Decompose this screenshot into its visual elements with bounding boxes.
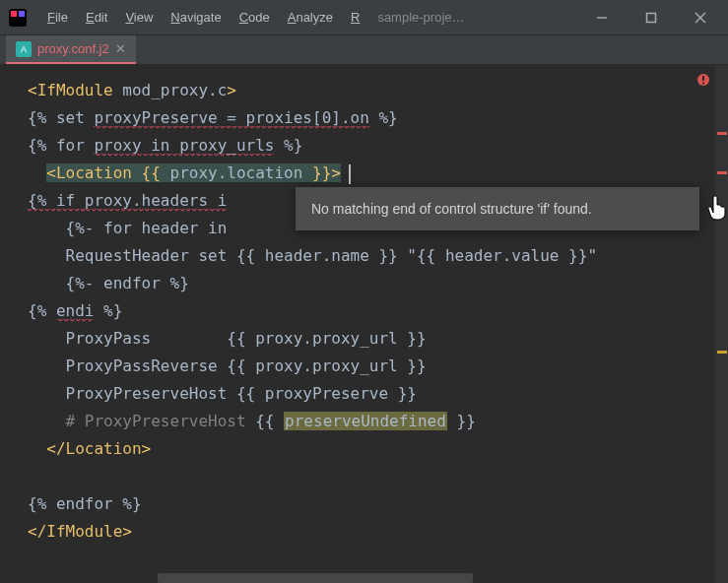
error-indicator-icon[interactable] [696, 73, 710, 90]
svg-rect-8 [702, 76, 704, 81]
svg-rect-2 [19, 11, 25, 17]
pointer-cursor-icon [706, 195, 728, 226]
window-controls [592, 8, 720, 28]
text-cursor [349, 164, 351, 184]
maximize-button[interactable] [641, 8, 661, 28]
breadcrumb: sample-proje… [377, 10, 464, 25]
app-logo-icon [8, 8, 28, 28]
menu-analyze[interactable]: Analyze [280, 6, 341, 29]
tab-close-icon[interactable]: ✕ [115, 41, 126, 56]
horizontal-scrollbar[interactable] [158, 573, 473, 583]
menu-file[interactable]: File [39, 6, 76, 29]
svg-rect-4 [647, 13, 656, 22]
error-tooltip: No matching end of control structure 'if… [296, 187, 699, 230]
svg-rect-1 [11, 11, 17, 17]
titlebar: File Edit View Navigate Code Analyze R s… [0, 0, 728, 35]
warning-marker[interactable] [717, 351, 727, 354]
editor-area: <IfModule mod_proxy.c> {% set proxyPrese… [0, 65, 728, 583]
error-stripe-gutter[interactable] [714, 65, 728, 583]
editor-tabs: A proxy.conf.j2 ✕ [0, 35, 728, 65]
tab-filename: proxy.conf.j2 [37, 41, 109, 56]
menu-view[interactable]: View [117, 6, 161, 29]
error-marker[interactable] [717, 132, 727, 135]
close-button[interactable] [691, 8, 710, 28]
menu-r[interactable]: R [343, 6, 367, 29]
svg-rect-9 [702, 83, 704, 85]
menu-navigate[interactable]: Navigate [163, 6, 229, 29]
menu-edit[interactable]: Edit [78, 6, 115, 29]
error-marker[interactable] [717, 171, 727, 174]
ansible-file-icon: A [16, 41, 32, 57]
menu-code[interactable]: Code [232, 6, 278, 29]
tab-proxy-conf[interactable]: A proxy.conf.j2 ✕ [6, 35, 136, 64]
minimize-button[interactable] [592, 8, 612, 28]
code-editor[interactable]: <IfModule mod_proxy.c> {% set proxyPrese… [0, 65, 714, 583]
menu-bar: File Edit View Navigate Code Analyze R [39, 6, 367, 29]
